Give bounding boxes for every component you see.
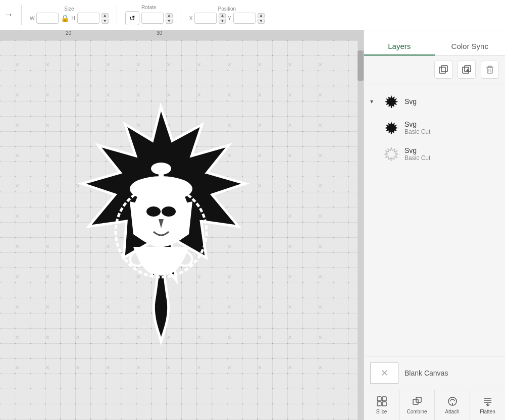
svg-rect-24 [416,397,421,402]
tab-color-sync[interactable]: Color Sync [435,38,506,56]
right-panel: Layers Color Sync [364,30,505,420]
grid-x: × [106,363,110,372]
svg-rect-16 [391,106,392,108]
y-down-btn[interactable]: ▼ [258,19,265,24]
y-input[interactable] [233,13,256,24]
panel-tabs: Layers Color Sync [364,30,505,56]
panel-toolbar [364,56,505,84]
top-toolbar: → Size W 🔒 H ▲ ▼ Rotate ↺ ▲ ▼ [0,0,505,30]
sub-layer-2-thumb [382,145,400,163]
rotate-spinner: ▲ ▼ [166,13,173,24]
y-up-btn[interactable]: ▲ [258,13,265,18]
grid-x: × [136,61,140,69]
svg-rect-7 [439,67,445,73]
lock-icon: 🔒 [61,14,69,22]
width-input[interactable] [36,13,59,24]
flatten-btn[interactable]: Flatten [470,390,505,420]
grid-x: × [15,212,19,220]
grid-x: × [15,363,19,372]
slice-btn[interactable]: Slice [364,390,399,420]
delete-icon [485,65,494,74]
sub-layer-1-name: Svg [405,120,497,128]
rotate-down-btn[interactable]: ▼ [166,19,173,24]
layer-thumb-group [382,92,400,111]
grid-x: × [288,363,292,372]
grid-x: × [288,91,292,99]
size-down-btn[interactable]: ▼ [102,19,109,24]
y-label: Y [228,16,231,21]
svg-rect-21 [377,402,381,406]
grid-x: × [318,242,322,250]
flatten-label: Flatten [480,409,495,414]
height-input[interactable] [77,13,99,24]
grid-x: × [15,182,19,190]
grid-x: × [136,363,140,372]
rotate-btn[interactable]: ↺ [125,11,139,25]
grid-x: × [258,363,262,372]
grid-x: × [288,273,292,281]
combine-btn[interactable]: Combine [399,390,435,420]
delete-layer-btn[interactable] [481,61,499,79]
sub-layer-1[interactable]: Svg Basic Cut [378,115,501,141]
duplicate-icon [439,65,448,74]
sub-layer-2-type: Basic Cut [405,154,497,162]
lock-icon-container: 🔒 [61,14,69,22]
sub-layer-2[interactable]: Svg Basic Cut [378,141,501,167]
senators-maple-leaf-svg [53,103,270,355]
chevron-down-icon: ▾ [370,98,378,105]
attach-btn[interactable]: Attach [435,390,470,420]
attach-label: Attach [445,409,459,414]
add-layer-btn[interactable] [458,61,476,79]
slice-icon [376,396,387,407]
leaf-icon-black [384,94,398,109]
grid-x: × [15,151,19,160]
duplicate-layer-btn[interactable] [434,61,452,79]
x-up-btn[interactable]: ▲ [219,13,226,18]
rotate-up-btn[interactable]: ▲ [166,13,173,18]
grid-x: × [288,242,292,250]
slice-label: Slice [376,409,387,414]
attach-icon [447,396,458,407]
grid-x: × [45,91,49,99]
design-object[interactable] [53,103,270,357]
size-section: Size W 🔒 H ▲ ▼ [30,6,109,24]
grid-x: × [258,91,262,99]
position-controls: X ▲ ▼ Y ▲ ▼ [189,13,265,24]
grid-x: × [318,151,322,160]
svg-point-2 [151,163,171,175]
grid-x: × [15,273,19,281]
grid-x: × [15,333,19,341]
grid-x: × [318,303,322,311]
x-down-btn[interactable]: ▼ [219,19,226,24]
sub-layer-2-name: Svg [405,146,497,154]
flatten-icon [482,396,493,407]
grid-x: × [318,182,322,190]
scrollbar-thumb[interactable] [358,50,364,81]
svg-rect-23 [413,399,418,404]
svg-rect-8 [441,66,447,72]
add-icon [462,65,471,74]
rotate-section: Rotate ↺ ▲ ▼ [125,5,173,25]
select-tool[interactable]: → [4,10,13,20]
grid-x: × [45,121,49,129]
tab-layers[interactable]: Layers [364,38,435,56]
layer-group-item[interactable]: ▾ Svg [366,88,501,115]
grid-x: × [106,91,110,99]
grid-x: × [45,242,49,250]
grid-x: × [15,121,19,129]
tab-layers-label: Layers [388,42,411,50]
grid-x: × [197,91,201,99]
svg-rect-19 [377,397,381,401]
grid-x: × [45,363,49,372]
layers-list: ▾ Svg [364,84,505,356]
grid-x: × [227,61,231,69]
canvas-area[interactable]: 20 30 × × × × × × × × × × × × × × × × × … [0,30,364,420]
rotate-input[interactable] [141,13,164,24]
size-up-btn[interactable]: ▲ [102,13,109,18]
divider-2 [117,5,117,25]
scrollbar-vertical[interactable] [358,40,364,420]
x-input[interactable] [194,13,217,24]
ruler-horizontal: 20 30 [0,30,364,40]
divider-3 [181,5,181,25]
sub-layer-1-type: Basic Cut [405,128,497,135]
